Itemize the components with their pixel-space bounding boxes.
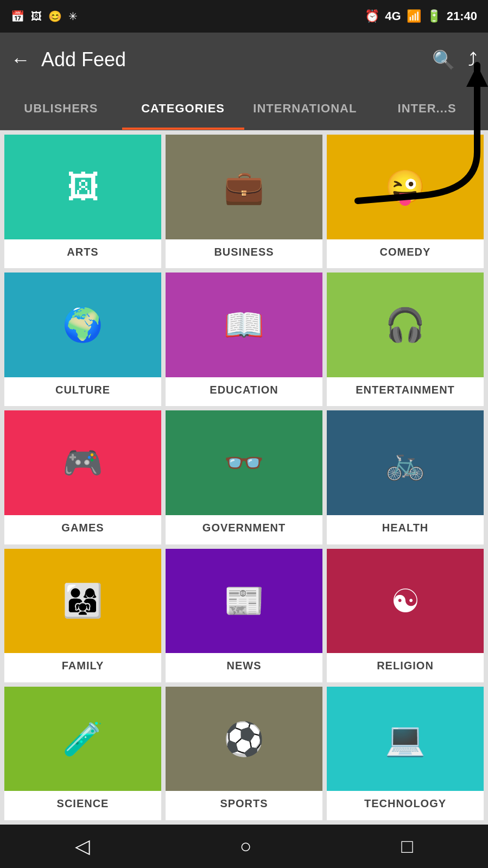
category-tile-news: 📰: [166, 549, 322, 654]
government-label: GOVERNMENT: [202, 515, 286, 542]
sports-label: SPORTS: [220, 791, 268, 818]
news-icon: 📰: [224, 581, 264, 620]
category-item-religion[interactable]: ☯RELIGION: [327, 549, 484, 682]
category-item-health[interactable]: 🚲HEALTH: [327, 410, 484, 544]
tab-publishers[interactable]: UBLISHERS: [0, 87, 122, 130]
pinwheel-icon: ✳: [68, 10, 78, 23]
nav-back-button[interactable]: ◁: [75, 835, 90, 858]
time-label: 21:40: [447, 9, 477, 23]
culture-label: CULTURE: [55, 377, 110, 404]
tab-categories[interactable]: CATEGORIES: [122, 87, 244, 130]
status-bar: 📅 🖼 😊 ✳ ⏰ 4G 📶 🔋 21:40: [0, 0, 488, 33]
religion-icon: ☯: [391, 582, 420, 620]
export-button[interactable]: ⤴: [468, 49, 477, 71]
health-label: HEALTH: [382, 515, 429, 542]
family-icon: 👨‍👩‍👧: [62, 581, 103, 620]
sports-icon: ⚽: [224, 720, 264, 758]
culture-icon: 🌍: [62, 306, 103, 344]
government-icon: 👓: [224, 443, 264, 482]
religion-label: RELIGION: [377, 653, 434, 680]
category-tile-entertainment: 🎧: [327, 273, 484, 377]
science-label: SCIENCE: [57, 791, 109, 818]
category-item-education[interactable]: 📖EDUCATION: [166, 273, 322, 406]
news-label: NEWS: [227, 653, 262, 680]
comedy-label: COMEDY: [380, 239, 431, 266]
categories-grid: 🖼ARTS💼BUSINESS😜COMEDY🌍CULTURE📖EDUCATION🎧…: [0, 130, 488, 825]
education-icon: 📖: [224, 306, 264, 344]
app-bar-actions: 🔍 ⤴: [432, 49, 477, 71]
app-bar: ← Add Feed 🔍 ⤴: [0, 33, 488, 87]
entertainment-label: ENTERTAINMENT: [356, 377, 455, 404]
entertainment-icon: 🎧: [385, 306, 426, 344]
category-tile-games: 🎮: [4, 410, 161, 515]
category-tile-culture: 🌍: [4, 273, 161, 377]
photo-icon: 🖼: [31, 10, 42, 23]
category-item-news[interactable]: 📰NEWS: [166, 549, 322, 682]
business-icon: 💼: [224, 168, 264, 206]
health-icon: 🚲: [385, 443, 426, 482]
tab-international[interactable]: INTERNATIONAL: [244, 87, 366, 130]
category-item-business[interactable]: 💼BUSINESS: [166, 135, 322, 268]
status-bar-left: 📅 🖼 😊 ✳: [11, 10, 78, 23]
category-tile-technology: 💻: [327, 687, 484, 791]
technology-label: TECHNOLOGY: [364, 791, 446, 818]
arts-icon: 🖼: [67, 168, 99, 206]
battery-icon: 🔋: [427, 9, 441, 23]
back-button[interactable]: ←: [11, 48, 30, 71]
games-icon: 🎮: [62, 443, 103, 482]
search-button[interactable]: 🔍: [432, 49, 455, 71]
category-item-culture[interactable]: 🌍CULTURE: [4, 273, 161, 406]
category-tile-health: 🚲: [327, 410, 484, 515]
comedy-icon: 😜: [385, 168, 426, 206]
signal-icon: 📶: [407, 9, 421, 23]
education-label: EDUCATION: [210, 377, 278, 404]
category-item-comedy[interactable]: 😜COMEDY: [327, 135, 484, 268]
category-item-arts[interactable]: 🖼ARTS: [4, 135, 161, 268]
category-tile-education: 📖: [166, 273, 322, 377]
nav-home-button[interactable]: ○: [240, 835, 252, 858]
page-title: Add Feed: [41, 48, 432, 71]
category-tile-government: 👓: [166, 410, 322, 515]
alarm-icon: ⏰: [365, 9, 379, 23]
category-item-entertainment[interactable]: 🎧ENTERTAINMENT: [327, 273, 484, 406]
network-label: 4G: [385, 9, 401, 23]
category-item-technology[interactable]: 💻TECHNOLOGY: [327, 687, 484, 820]
category-item-science[interactable]: 🧪SCIENCE: [4, 687, 161, 820]
category-tile-arts: 🖼: [4, 135, 161, 239]
arts-label: ARTS: [67, 239, 98, 266]
tabs-container: UBLISHERS CATEGORIES INTERNATIONAL INTER…: [0, 87, 488, 130]
category-item-games[interactable]: 🎮GAMES: [4, 410, 161, 544]
category-tile-business: 💼: [166, 135, 322, 239]
technology-icon: 💻: [385, 720, 426, 758]
category-tile-comedy: 😜: [327, 135, 484, 239]
category-item-family[interactable]: 👨‍👩‍👧FAMILY: [4, 549, 161, 682]
nav-recent-button[interactable]: □: [401, 835, 413, 858]
category-item-government[interactable]: 👓GOVERNMENT: [166, 410, 322, 544]
business-label: BUSINESS: [214, 239, 274, 266]
bottom-nav: ◁ ○ □: [0, 825, 488, 868]
face-icon: 😊: [48, 10, 62, 23]
category-tile-science: 🧪: [4, 687, 161, 791]
category-tile-religion: ☯: [327, 549, 484, 654]
family-label: FAMILY: [62, 653, 104, 680]
status-bar-right: ⏰ 4G 📶 🔋 21:40: [365, 9, 477, 23]
science-icon: 🧪: [62, 720, 103, 758]
date-icon: 📅: [11, 10, 24, 23]
category-tile-sports: ⚽: [166, 687, 322, 791]
tab-interests[interactable]: INTER...S: [366, 87, 488, 130]
category-item-sports[interactable]: ⚽SPORTS: [166, 687, 322, 820]
games-label: GAMES: [61, 515, 104, 542]
category-tile-family: 👨‍👩‍👧: [4, 549, 161, 654]
